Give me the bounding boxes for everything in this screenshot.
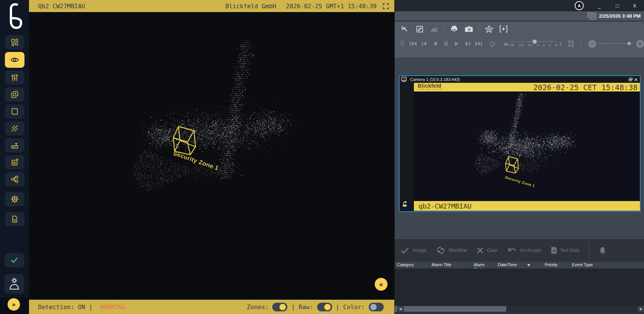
zoom-slider[interactable] [600, 41, 632, 46]
snapshot-button[interactable] [464, 24, 474, 34]
sidebar-item-analytics[interactable] [5, 155, 24, 169]
un-accept-button[interactable]: Un-Accept [508, 247, 541, 254]
workflow-label: Workflow [449, 248, 467, 253]
alarm-table-body[interactable] [395, 268, 644, 306]
toggle-knob [370, 304, 377, 310]
sidebar-item-live-view[interactable] [5, 52, 24, 68]
sidebar-item-logs[interactable] [5, 212, 24, 226]
close-window-icon[interactable] [633, 77, 638, 82]
scroll-left-button[interactable]: ◀ [397, 306, 403, 312]
camera-zone-cube [504, 155, 522, 177]
camera-window-body: Blickfeld LiDAR / scan your world 2026-0… [400, 83, 640, 211]
sidebar-item-user[interactable] [5, 274, 24, 294]
camera-window-header[interactable]: Camera 1 (10.0.3.183:443) [400, 76, 640, 83]
sidebar-item-health-check[interactable] [5, 253, 24, 267]
zones-toggle-label: Zones: [247, 303, 269, 311]
alarm-bell-button[interactable] [599, 247, 606, 255]
text-data-button[interactable]: Text Data [551, 247, 580, 254]
workflow-button[interactable]: Workflow [436, 246, 467, 255]
speed-label: 1/8 [510, 43, 514, 47]
detection-state: ON [78, 303, 85, 311]
toggle-knob [324, 304, 331, 310]
sidebar-item-device[interactable] [5, 138, 24, 152]
loop-button[interactable] [489, 40, 496, 48]
favorite-button[interactable] [484, 24, 494, 34]
splitter-grip[interactable] [395, 306, 397, 312]
toolbar-separator [444, 24, 444, 34]
cpu-gauge-icon: CPU [586, 13, 596, 20]
vms-titlebar[interactable]: A _ □ X [395, 0, 644, 11]
sidebar-item-dashboard[interactable] [5, 35, 24, 49]
sidebar-nav [0, 35, 29, 226]
playback-controls: 1/8 1/4 1/2 1 2 4 8 XXXX − [395, 37, 644, 51]
playback-speed-slider[interactable]: 1/8 1/4 1/2 1 2 4 8 [505, 38, 562, 49]
vms-toolbar [395, 21, 644, 37]
prev-frame-button[interactable] [420, 40, 428, 48]
pause-button[interactable] [442, 40, 450, 48]
column-priority[interactable]: Priority [533, 262, 570, 268]
close-all-cameras-icon[interactable]: XXXX [568, 40, 574, 47]
add-view-button[interactable] [499, 24, 508, 34]
eye-icon [10, 55, 19, 64]
fullscreen-icon[interactable] [383, 3, 389, 9]
play-button[interactable] [453, 40, 461, 48]
vms-panel: A _ □ X CPU 2/25/2026 3:48 PM [394, 0, 644, 314]
camera-view-icon [401, 77, 407, 82]
sidebar-item-integrations[interactable] [5, 172, 24, 186]
cpu-label: CPU [587, 14, 590, 18]
sidebar-expand-button[interactable]: » [8, 298, 20, 311]
stream-control-icon[interactable] [402, 201, 410, 209]
sidebar-item-zones[interactable] [5, 104, 24, 119]
dock-panel-button[interactable] [400, 24, 410, 34]
clear-button[interactable]: Clear [477, 247, 498, 254]
skip-start-button[interactable] [409, 40, 417, 48]
hierarchy-icon [11, 175, 19, 183]
maximize-button[interactable]: □ [612, 0, 623, 11]
camera-side-strip [400, 83, 414, 211]
sidebar-item-settings[interactable] [5, 192, 24, 206]
expand-view-button[interactable] [415, 24, 424, 34]
column-category[interactable]: Category [395, 262, 429, 268]
viewport-collapse-button[interactable]: « [375, 278, 388, 291]
raw-toggle[interactable] [317, 303, 332, 311]
un-accept-label: Un-Accept [520, 248, 541, 253]
sidebar-item-recordings[interactable] [5, 87, 24, 102]
sidebar-item-settings-sliders[interactable] [5, 70, 24, 85]
microphone-button[interactable] [398, 40, 406, 48]
zones-toggle[interactable] [272, 303, 287, 311]
scroll-right-button[interactable]: ▶ [638, 306, 644, 312]
skip-end-button[interactable] [475, 40, 482, 48]
close-button[interactable]: X [629, 0, 640, 11]
column-alarm-state[interactable]: Alarm State [472, 262, 496, 268]
print-button[interactable] [449, 24, 459, 34]
video-timestamp: 2026-02-25 CET 15:48:38 [533, 83, 638, 92]
avatar[interactable]: A [575, 1, 584, 10]
zoom-in-button[interactable]: + [636, 40, 644, 48]
zoom-out-button[interactable]: − [588, 40, 596, 48]
bell-icon [599, 247, 606, 255]
minimize-button[interactable]: _ [594, 0, 605, 11]
accept-button[interactable]: Accept [401, 247, 426, 254]
color-toggle-label: Color: [343, 303, 365, 311]
color-toggle[interactable] [369, 303, 384, 311]
microphone-icon [400, 40, 405, 48]
company-name: Blickfeld GmbH [225, 3, 276, 10]
lidar-statusbar: Detection: ON | WARNING Zones: | Raw: | … [29, 300, 394, 314]
alarm-table-header: Category Alarm Title Alarm State Date/Ti… [395, 262, 644, 268]
next-frame-button[interactable] [464, 40, 472, 48]
scrollbar-thumb[interactable] [404, 306, 506, 312]
alarm-callup-button[interactable] [429, 24, 439, 34]
column-alarm-title[interactable]: Alarm Title [429, 262, 472, 268]
camera-window[interactable]: Camera 1 (10.0.3.183:443) [399, 75, 641, 212]
vms-statusbar: CPU 2/25/2026 3:48 PM [395, 11, 644, 21]
sidebar-item-exclusion[interactable] [5, 121, 24, 136]
column-event-type[interactable]: Event Type [570, 262, 644, 268]
pointcloud-viewport[interactable]: Security Zone 1 « [29, 12, 394, 300]
column-date-time[interactable]: Date/Time [496, 262, 533, 268]
restore-window-icon[interactable] [628, 77, 633, 82]
workflow-icon [436, 246, 445, 255]
detection-label: Detection: [38, 303, 74, 311]
play-reverse-button[interactable] [431, 40, 439, 48]
separator: | [89, 303, 93, 311]
camera-video-frame[interactable]: Blickfeld LiDAR / scan your world 2026-0… [414, 83, 640, 211]
